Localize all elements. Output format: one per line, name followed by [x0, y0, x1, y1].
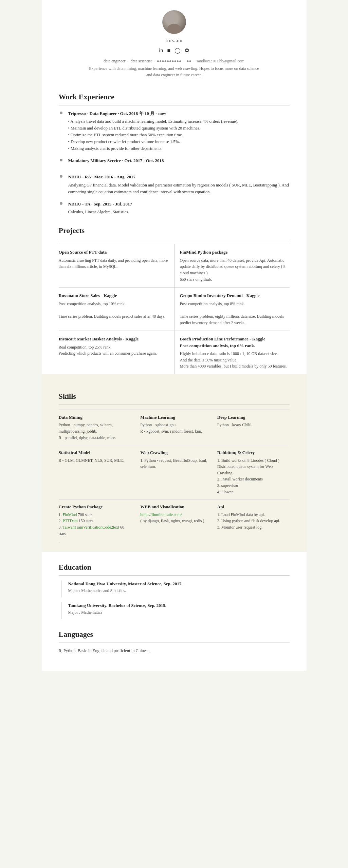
skill-title-0: Data Mining — [59, 414, 131, 421]
skill-desc-4: 1. Python - request, BeautifulSoup, lxml… — [140, 457, 208, 470]
skill-dot: . — [59, 538, 131, 545]
line-2 — [61, 178, 61, 195]
profile-name: lins.am — [59, 37, 290, 44]
line-1 — [61, 161, 61, 168]
skill-title-7: WEB and Visualization — [140, 504, 208, 510]
work-title-0: Tripresso - Data Engineer · Oct. 2018 年 … — [68, 110, 238, 117]
work-content-2: NDHU - RA · Mar. 2016 - Aug. 2017 Analys… — [68, 174, 290, 195]
taiwan-train-link[interactable]: TaiwanTrainVerificationCode2text — [62, 525, 119, 530]
languages-divider — [59, 643, 290, 643]
bio: Experience with data mining, machine lea… — [86, 65, 262, 78]
skills-grid: Data Mining Python - numpy, pandas, skle… — [59, 410, 290, 549]
skill-desc-8: 1. Load FinMind data by api.2. Using pyt… — [217, 512, 285, 531]
line-0 — [61, 114, 61, 152]
social-icons: in ■ ◯ ✿ — [59, 46, 290, 55]
project-title-5: Bosch Production Line Performance - Kagg… — [180, 336, 290, 349]
languages-desc: R, Python, Basic in English and proficie… — [59, 648, 290, 654]
skill-title-5: Rabbitmq & Celery — [217, 449, 285, 456]
timeline-0 — [59, 110, 63, 152]
project-cell-3: Grupo Bimbo Inventory Demand - Kaggle Po… — [174, 287, 290, 331]
languages-title: Languages — [59, 629, 290, 640]
projects-grid: Open Source of PTT data Automatic crawli… — [59, 244, 290, 374]
pttdata-link[interactable]: PTTData — [63, 518, 78, 523]
skill-title-1: Machine Learning — [140, 414, 208, 421]
work-title-1: Mandatory Military Service · Oct. 2017 -… — [68, 157, 164, 164]
tagline: data engineer · data scientist · ●●●●●●●… — [59, 58, 290, 64]
skill-desc-0: Python - numpy, pandas, sklearn, multipr… — [59, 422, 131, 441]
work-content-0: Tripresso - Data Engineer · Oct. 2018 年 … — [68, 110, 238, 152]
finmind-link[interactable]: FinMind — [63, 512, 77, 517]
skill-cell-8: Api 1. Load FinMind data by api.2. Using… — [213, 499, 290, 548]
dot-0 — [60, 112, 62, 114]
project-cell-5: Bosch Production Line Performance - Kagg… — [174, 331, 290, 374]
skill-cell-6: Create Python Package 1. FinMind 700 sta… — [59, 499, 136, 548]
education-section: Education National Dong Hwa University, … — [59, 561, 290, 619]
skill-cell-0: Data Mining Python - numpy, pandas, skle… — [59, 410, 136, 445]
work-experience-section: Work Experience Tripresso - Data Enginee… — [59, 91, 290, 216]
skill-cell-5: Rabbitmq & Celery 1. Build works on 8 Li… — [213, 445, 290, 499]
timeline-1 — [59, 157, 63, 168]
edu-line-1 — [61, 602, 61, 619]
skill-title-3: Statistical Model — [59, 449, 131, 456]
work-item-2: NDHU - RA · Mar. 2016 - Aug. 2017 Analys… — [59, 174, 290, 195]
work-experience-title: Work Experience — [59, 91, 290, 103]
languages-section: Languages R, Python, Basic in English an… — [59, 629, 290, 654]
project-cell-2: Rossmann Store Sales - Kaggle Post-compe… — [59, 287, 174, 331]
edu-content-0: National Dong Hwa University, Master of … — [68, 580, 183, 597]
skill-desc-3: R - GLM, GLMNET, NLS, SUR, MLE. — [59, 457, 131, 464]
line-3 — [61, 205, 61, 216]
edu-title-0: National Dong Hwa University, Master of … — [68, 580, 183, 587]
work-title-3: NDHU - TA · Sep. 2015 - Jul. 2017 — [68, 201, 132, 208]
facebook-icon[interactable]: ■ — [167, 46, 170, 55]
work-divider — [59, 105, 290, 105]
dot-1 — [60, 159, 62, 161]
skill-desc-7: https://finmindtrade.com/ ( by django, f… — [140, 512, 208, 524]
project-title-0: Open Source of PTT data — [59, 249, 169, 256]
project-cell-0: Open Source of PTT data Automatic crawli… — [59, 244, 174, 287]
work-title-2: NDHU - RA · Mar. 2016 - Aug. 2017 — [68, 174, 290, 180]
skill-title-4: Web Crawling — [140, 449, 208, 456]
project-desc-3: Post-competition analysis, top 8% rank.T… — [180, 301, 290, 326]
work-item-1: Mandatory Military Service · Oct. 2017 -… — [59, 157, 290, 168]
avatar — [162, 10, 186, 34]
edu-line-0 — [61, 580, 61, 597]
project-cell-1: FinMind Python package Open source data,… — [174, 244, 290, 287]
work-item-3: NDHU - TA · Sep. 2015 - Jul. 2017 Calcul… — [59, 201, 290, 216]
skills-divider — [59, 405, 290, 405]
project-desc-5: Highly imbalance data, ratio is 1000 : 1… — [180, 351, 290, 370]
edu-timeline-0 — [59, 580, 63, 597]
skill-desc-5: 1. Build works on 8 Linodes ( Cloud )Dis… — [217, 457, 285, 495]
project-desc-2: Post-competition analysis, top 10% rank.… — [59, 301, 169, 320]
avatar-container — [59, 10, 290, 34]
project-cell-4: Instacart Market Basket Analysis - Kaggl… — [59, 331, 174, 374]
resume-page: lins.am in ■ ◯ ✿ data engineer · data sc… — [42, 0, 307, 671]
github-icon[interactable]: ◯ — [175, 46, 181, 55]
project-title-1: FinMind Python package — [180, 249, 290, 256]
work-content-3: NDHU - TA · Sep. 2015 - Jul. 2017 Calcul… — [68, 201, 132, 216]
education-title: Education — [59, 561, 290, 573]
timeline-3 — [59, 201, 63, 216]
website-icon[interactable]: ✿ — [185, 46, 189, 55]
skills-section: Skills Data Mining Python - numpy, panda… — [42, 374, 307, 552]
skill-title-8: Api — [217, 504, 285, 510]
projects-section: Projects Open Source of PTT data Automat… — [59, 225, 290, 374]
work-item-0: Tripresso - Data Engineer · Oct. 2018 年 … — [59, 110, 290, 152]
skill-cell-1: Machine Learning Python - xgboost-gpu.R … — [135, 410, 213, 445]
edu-timeline-1 — [59, 602, 63, 619]
skill-cell-7: WEB and Visualization https://finmindtra… — [135, 499, 213, 548]
skill-cell-2: Deep Learning Python - kears-CNN. — [213, 410, 290, 445]
skill-desc-2: Python - kears-CNN. — [217, 422, 285, 428]
finmind-web-link[interactable]: https://finmindtrade.com/ — [140, 512, 182, 517]
project-desc-4: Real competition, top 25% rank.Predictin… — [59, 344, 169, 357]
work-desc-0: • Analysis travel data and build a machi… — [68, 118, 238, 152]
skill-cell-4: Web Crawling 1. Python - request, Beauti… — [135, 445, 213, 499]
project-title-3: Grupo Bimbo Inventory Demand - Kaggle — [180, 292, 290, 299]
edu-item-1: Tamkang University. Bachelor of Science,… — [59, 602, 290, 619]
timeline-2 — [59, 174, 63, 195]
skill-cell-3: Statistical Model R - GLM, GLMNET, NLS, … — [59, 445, 136, 499]
edu-title-1: Tamkang University. Bachelor of Science,… — [68, 602, 167, 609]
work-desc-2: Analysing G7 financial data. Model valid… — [68, 182, 290, 195]
linkedin-icon[interactable]: in — [159, 46, 163, 55]
skill-title-2: Deep Learning — [217, 414, 285, 421]
projects-divider — [59, 239, 290, 239]
